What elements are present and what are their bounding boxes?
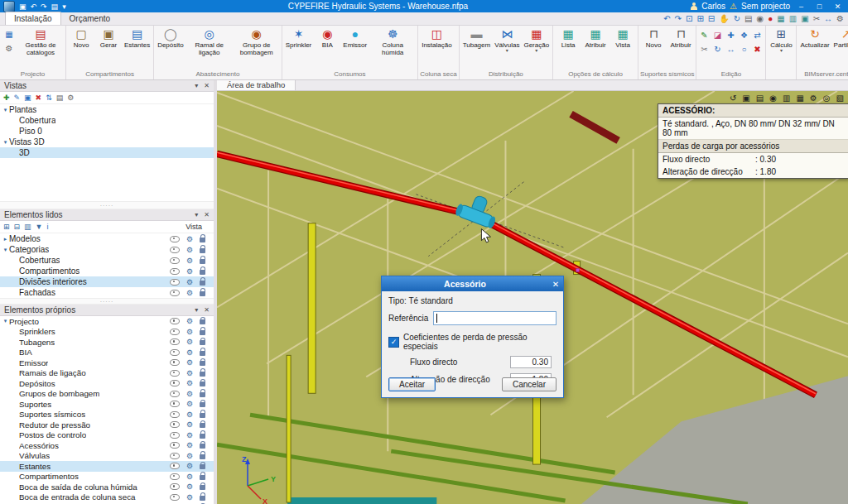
settings-gear-icon[interactable]: ⚙ <box>186 369 193 377</box>
visibility-eye-icon[interactable] <box>170 473 180 480</box>
ribbon-button-novo[interactable]: ⊓Novo <box>640 26 667 50</box>
mirror-icon[interactable]: ⇄ <box>751 30 763 41</box>
settings-gear-icon[interactable]: ⚙ <box>186 420 193 429</box>
sort-views-icon[interactable]: ⇅ <box>46 93 52 103</box>
edit-icon[interactable]: ✎ <box>698 30 710 41</box>
expander-icon[interactable]: ▾ <box>2 247 9 253</box>
expander-icon[interactable]: ▸ <box>2 236 9 242</box>
maximize-button[interactable]: □ <box>812 1 826 12</box>
visibility-eye-icon[interactable] <box>170 483 180 490</box>
lock-icon[interactable] <box>200 238 205 242</box>
lock-icon[interactable] <box>200 434 205 439</box>
settings-gear-icon[interactable]: ⚙ <box>186 278 193 286</box>
grid-icon[interactable]: ▦ <box>796 94 803 103</box>
coef-checkbox[interactable]: ✓ <box>388 337 399 348</box>
erase-icon[interactable]: ◪ <box>711 30 723 41</box>
lock-icon[interactable] <box>200 413 205 418</box>
visibility-eye-icon[interactable] <box>170 421 180 428</box>
undo-icon[interactable]: ↶ <box>31 2 37 12</box>
settings-gear-icon[interactable]: ⚙ <box>186 441 193 449</box>
collapse-all-icon[interactable]: ⊟ <box>14 222 21 233</box>
undo-icon[interactable]: ↶ <box>663 13 670 25</box>
ribbon-button-geracao[interactable]: ▦Geração▾ <box>522 26 551 54</box>
visibility-eye-icon[interactable] <box>170 257 180 264</box>
settings-gear-icon[interactable]: ⚙ <box>186 452 193 460</box>
lock-icon[interactable] <box>200 351 205 356</box>
visibility-icon[interactable]: ◎ <box>823 94 831 103</box>
lock-icon[interactable] <box>200 423 205 428</box>
settings-gear-icon[interactable]: ⚙ <box>186 246 193 254</box>
redo-icon[interactable]: ↷ <box>41 2 47 12</box>
close-button[interactable]: ✕ <box>831 1 845 12</box>
delete-view-icon[interactable]: ✖ <box>36 93 42 103</box>
redraw-icon[interactable]: ↻ <box>734 13 740 25</box>
copy-icon[interactable]: ▣ <box>801 13 808 25</box>
ribbon-button-ramal-de-ligacao[interactable]: ◎Ramal de ligação <box>186 26 233 57</box>
lock-icon[interactable] <box>200 291 205 296</box>
visibility-eye-icon[interactable] <box>170 463 180 469</box>
templates-icon[interactable]: ▦ <box>777 13 784 25</box>
tree-item-suportes[interactable]: Suportes⚙ <box>0 399 214 410</box>
tree-item-3d[interactable]: 3D <box>0 147 214 158</box>
tree-item-estantes[interactable]: Estantes⚙ <box>0 461 214 472</box>
user-name[interactable]: Carlos <box>701 2 725 11</box>
ribbon-button-tubagem[interactable]: ▬Tubagem <box>461 26 493 50</box>
capture-icon[interactable]: ◉ <box>757 13 764 25</box>
pan-icon[interactable]: ✋ <box>719 13 729 25</box>
view-config-icon[interactable]: ⚙ <box>67 93 74 103</box>
tree-item-piso-0[interactable]: Piso 0 <box>0 126 214 137</box>
visibility-eye-icon[interactable] <box>170 359 180 366</box>
zoom-previous-icon[interactable]: ⊟ <box>708 13 715 25</box>
minimize-button[interactable]: – <box>794 1 808 12</box>
shadows-icon[interactable]: ◉ <box>769 94 777 103</box>
tree-item-postos-de-controlo[interactable]: Postos de controlo⚙ <box>0 430 214 441</box>
visibility-eye-icon[interactable] <box>170 401 180 407</box>
copy-icon[interactable]: ❖ <box>738 30 749 41</box>
move-icon[interactable]: ✚ <box>725 30 736 41</box>
info-icon[interactable]: i <box>47 222 49 233</box>
collapse-panel-icon[interactable]: ▾ <box>195 82 198 89</box>
visibility-eye-icon[interactable] <box>170 494 180 501</box>
project-data-icon[interactable]: ▦ <box>3 29 15 40</box>
lock-icon[interactable] <box>200 475 205 480</box>
show-columns-icon[interactable]: ▥ <box>24 222 31 233</box>
ribbon-button-grupo-de-bombagem[interactable]: ◉Grupo de bombagem <box>234 26 280 57</box>
tree-item-boca-de-entrada-de-coluna-seca[interactable]: Boca de entrada de coluna seca⚙ <box>0 492 214 503</box>
tree-item-redutor-de-pressao[interactable]: Redutor de pressão⚙ <box>0 420 214 430</box>
views-panel-icon[interactable]: ▣ <box>742 94 749 103</box>
tree-item-grupos-de-bombagem[interactable]: Grupos de bombagem⚙ <box>0 389 214 400</box>
app-icon[interactable] <box>3 1 15 12</box>
lock-icon[interactable] <box>200 270 205 275</box>
settings-gear-icon[interactable]: ⚙ <box>186 358 193 367</box>
tree-item-boca-de-saida-de-coluna-humida[interactable]: Boca de saída de coluna húmida⚙ <box>0 482 214 492</box>
lock-icon[interactable] <box>200 392 205 397</box>
tree-item-suportes-sismicos[interactable]: Suportes sísmicos⚙ <box>0 410 214 420</box>
tree-item-coberturas[interactable]: Coberturas⚙ <box>0 255 214 266</box>
settings-icon[interactable]: ⚙ <box>836 13 844 25</box>
tab-instalacao[interactable]: Instalação <box>5 12 61 25</box>
dialog-titlebar[interactable]: Acessório ✕ <box>382 276 563 291</box>
ribbon-button-atribuir[interactable]: ▦Atribuir <box>582 26 609 50</box>
ribbon-button-gestao-de-catalogos[interactable]: ▤Gestão de catálogos <box>17 26 64 57</box>
save-icon[interactable]: ▣ <box>19 2 26 12</box>
tree-item-fachadas[interactable]: Fachadas⚙ <box>0 287 214 298</box>
ribbon-button-sprinkler[interactable]: ✶Sprinkler <box>284 26 314 50</box>
print-icon[interactable]: ▤ <box>51 2 59 12</box>
tree-item-depositos[interactable]: Depósitos⚙ <box>0 378 214 389</box>
ribbon-button-coluna-humida[interactable]: ☸Coluna húmida <box>369 26 416 57</box>
record-icon[interactable]: ● <box>768 13 773 25</box>
edit-view-icon[interactable]: ✎ <box>14 93 21 103</box>
field-input[interactable]: 0.30 <box>510 356 552 368</box>
tree-item-sprinklers[interactable]: Sprinklers⚙ <box>0 327 214 338</box>
close-panel-icon[interactable]: ✕ <box>204 211 210 218</box>
tree-item-bia[interactable]: BIA⚙ <box>0 348 214 358</box>
tree-item-plantas[interactable]: ▾Plantas <box>0 104 214 115</box>
lock-icon[interactable] <box>200 464 205 469</box>
cancelar-button[interactable]: Cancelar <box>502 377 556 391</box>
ribbon-button-partilhar[interactable]: ↗Partilhar <box>832 26 848 50</box>
orbit-icon[interactable]: ↺ <box>730 94 736 103</box>
dialog-close-icon[interactable]: ✕ <box>548 280 563 289</box>
settings-gear-icon[interactable]: ⚙ <box>186 400 193 408</box>
lock-icon[interactable] <box>200 259 205 264</box>
visibility-eye-icon[interactable] <box>170 442 180 449</box>
